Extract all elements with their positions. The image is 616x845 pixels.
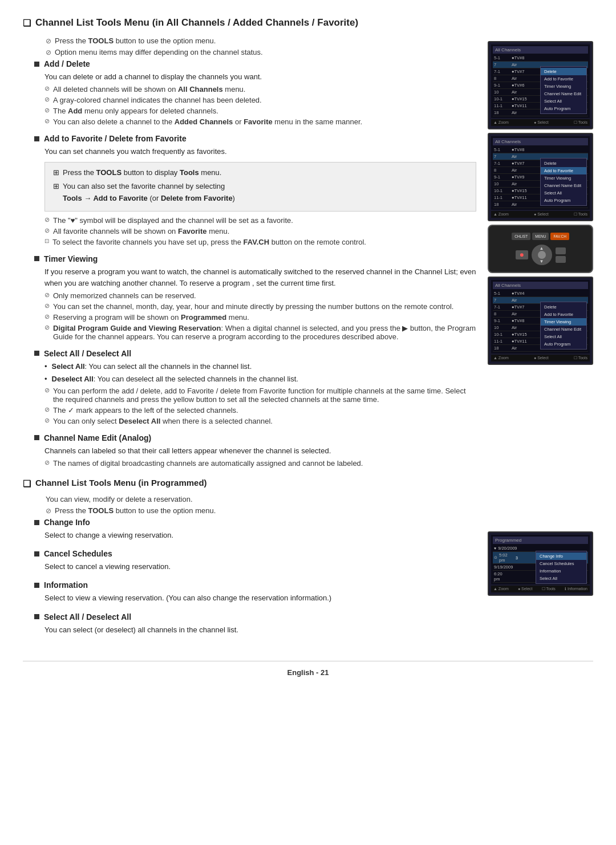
section-title-select-all: Select All / Deselect All: [34, 349, 476, 358]
timer-note-1: ⊘ Only memorized channels can be reserve…: [44, 291, 476, 300]
add-delete-note-1: ⊘ All deleted channels will be shown on …: [44, 85, 476, 94]
note-sym-10: ⊘: [44, 313, 50, 320]
note-icon-2: ⊘: [46, 48, 51, 56]
select-note-2: ⊘ The ✓ mark appears to the left of the …: [44, 406, 476, 415]
menu-item-add-fav-2: Add to Favorite: [541, 167, 586, 174]
section-change-info: Change Info Select to change a viewing r…: [34, 518, 476, 541]
bullet-item-2: • Deselect All: You can deselect all the…: [44, 373, 476, 385]
remote-right-btns: [556, 247, 566, 263]
section-title-change-info: Change Info: [34, 518, 476, 527]
menu-button[interactable]: MENU: [532, 233, 549, 240]
menu-popup-1: Delete Add to Favorite Timer Viewing Cha…: [540, 66, 587, 114]
dot-bullet-2: •: [44, 373, 47, 385]
tv-row: 5-1●TV#8: [493, 147, 588, 153]
menu-item-add-fav: Add to Favorite: [541, 75, 586, 83]
tv-screen-4: All Channels 5-1●TV#4 7Air 7-1●TV#7 8Air…: [488, 277, 593, 365]
menu-item-ch-edit-4: Channel Name Edit: [541, 326, 586, 333]
page-footer: English - 21: [23, 661, 593, 677]
add-delete-note-4: ⊘ You can also delete a channel to the A…: [44, 117, 476, 126]
note-sym-6: ⊘: [44, 227, 50, 234]
select-all-2-body: You can select (or deselect) all channel…: [44, 624, 476, 636]
dpad-down[interactable]: ▼: [540, 259, 544, 264]
tv-screen-5-body: ♥ 9/20/2009 ⊙ 5:02 pm 3 9/19/2009 6:20: [493, 545, 588, 583]
dpad-up[interactable]: ▲: [540, 246, 544, 251]
tv-screen-2-body: 5-1●TV#8 7Air 7-1●TV#7 8Air 9-1●TV#9 10A…: [493, 147, 588, 208]
menu-item-cancel-schedules: Cancel Schedules: [536, 560, 586, 567]
favch-button[interactable]: FAV.CH: [550, 233, 569, 240]
tv-header-1: All Channels: [493, 46, 588, 54]
sub-note-1: ⊘ Press the TOOLS button to use the opti…: [46, 506, 476, 515]
section-information: Information Select to view a viewing res…: [34, 580, 476, 604]
change-info-body: Select to change a viewing reservation.: [44, 530, 476, 541]
timer-note-2: ⊘ You can set the channel, month, day, y…: [44, 302, 476, 311]
menu-item-select-all-5: Select All: [536, 575, 586, 582]
bullet-icon-2: [34, 136, 39, 141]
bullet-icon-6: [34, 520, 39, 525]
content-wrapper: ⊘ Press the TOOLS button to use the opti…: [23, 36, 593, 644]
select-note-3: ⊘ You can only select Deselect All when …: [44, 417, 476, 425]
menu-popup-4: Delete Add to Favorite Timer Viewing Cha…: [540, 302, 587, 350]
note-icon-1: ⊘: [46, 37, 51, 45]
sub-title: ❑ Channel List Tools Menu (in Programmed…: [23, 478, 476, 489]
remote-rec-btn[interactable]: ⏺: [516, 250, 528, 259]
bullet-icon-8: [34, 583, 39, 588]
menu-popup-5: Change Info Cancel Schedules Information…: [536, 551, 587, 584]
checkbox-icon: ❑: [23, 18, 31, 29]
bullet-icon-9: [34, 614, 39, 619]
section-title-cancel-schedules: Cancel Schedules: [34, 549, 476, 558]
tv-screen-4-body: 5-1●TV#4 7Air 7-1●TV#7 8Air 9-1●TV#8 10A…: [493, 290, 588, 352]
menu-item-auto-prog: Auto Program: [541, 105, 586, 112]
tv-bottom-1: ▲ Zoom● Select☐ Tools: [491, 119, 590, 126]
checkbox-icon-2: ❑: [23, 478, 31, 489]
bullet-icon: [34, 62, 39, 67]
section-title-channel-name-edit: Channel Name Edit (Analog): [34, 433, 476, 442]
menu-item-timer: Timer Viewing: [541, 83, 586, 90]
timer-viewing-body: If you reserve a program you want to wat…: [44, 266, 476, 289]
menu-item-delete: Delete: [541, 68, 586, 75]
section-title-add-delete: Add / Delete: [34, 59, 476, 68]
menu-item-ch-edit: Channel Name Edit: [541, 90, 586, 98]
tv-header-4: All Channels: [493, 282, 588, 289]
favorite-note-1: ⊘ The "♥" symbol will be displayed and t…: [44, 216, 476, 225]
section-channel-name-edit: Channel Name Edit (Analog) Channels can …: [34, 433, 476, 468]
menu-item-auto-prog-2: Auto Program: [541, 197, 586, 204]
note-sym-2: ⊘: [44, 96, 50, 103]
text-column: ⊘ Press the TOOLS button to use the opti…: [23, 36, 476, 644]
menu-item-delete-2: Delete: [541, 160, 586, 167]
menu-item-change-info: Change Info: [536, 552, 586, 560]
dpad-center[interactable]: [538, 251, 546, 259]
remote-btn-2[interactable]: [556, 256, 566, 263]
highlight-line-1: ⊞ Press the TOOLS button to display Tool…: [53, 167, 468, 179]
menu-item-select-all-2: Select All: [541, 189, 586, 197]
add-delete-body: You can delete or add a channel to displ…: [44, 71, 476, 83]
menu-item-information: Information: [536, 567, 586, 575]
cancel-schedules-body: Select to cancel a viewing reservation.: [44, 561, 476, 572]
tv-bottom-5: ▲ Zoom● Select☐ Toolsℹ Information: [491, 586, 590, 592]
section-select-all-2: Select All / Deselect All You can select…: [34, 612, 476, 636]
tv-row: 5-1●TV#8: [493, 55, 588, 62]
menu-item-select-all-4: Select All: [541, 333, 586, 340]
tv-bottom-4: ▲ Zoom● Select☐ Tools: [491, 355, 590, 361]
chlist-button[interactable]: CHLIST: [512, 233, 530, 240]
note-sym-4: ⊘: [44, 117, 50, 125]
tv-screen-1-body: 5-1●TV#8 7Air 7-1●TV#7 8Air 9-1●TV#6 10A…: [493, 55, 588, 116]
bullet-item-1: • Select All: You can select all the cha…: [44, 361, 476, 372]
menu-item-delete-4: Delete: [541, 303, 586, 311]
channel-name-note-1: ⊘ The names of digital broadcasting chan…: [44, 459, 476, 468]
intro-note-1: ⊘ Press the TOOLS button to use the opti…: [46, 36, 476, 45]
dot-bullet-1: •: [44, 361, 47, 372]
note-sym-12: ⊘: [44, 387, 50, 394]
note-sym-11: ⊘: [44, 324, 50, 331]
section-select-all: Select All / Deselect All • Select All: …: [34, 349, 476, 425]
note-sym-13: ⊘: [44, 406, 50, 413]
menu-item-timer-4: Timer Viewing: [541, 318, 586, 326]
timer-note-4: ⊘ Digital Program Guide and Viewing Rese…: [44, 324, 476, 341]
note-sym-7: ⊡: [44, 238, 49, 244]
note-sym-14: ⊘: [44, 417, 50, 424]
menu-item-auto-prog-4: Auto Program: [541, 340, 586, 348]
note-sym-16: ⊘: [46, 507, 51, 515]
section-title-add-favorite: Add to Favorite / Delete from Favorite: [34, 134, 476, 143]
tv-header-5: Programmed: [493, 537, 588, 544]
remote-btn-1[interactable]: [556, 247, 566, 254]
tv-screen-5: Programmed ♥ 9/20/2009 ⊙ 5:02 pm 3: [488, 531, 593, 596]
